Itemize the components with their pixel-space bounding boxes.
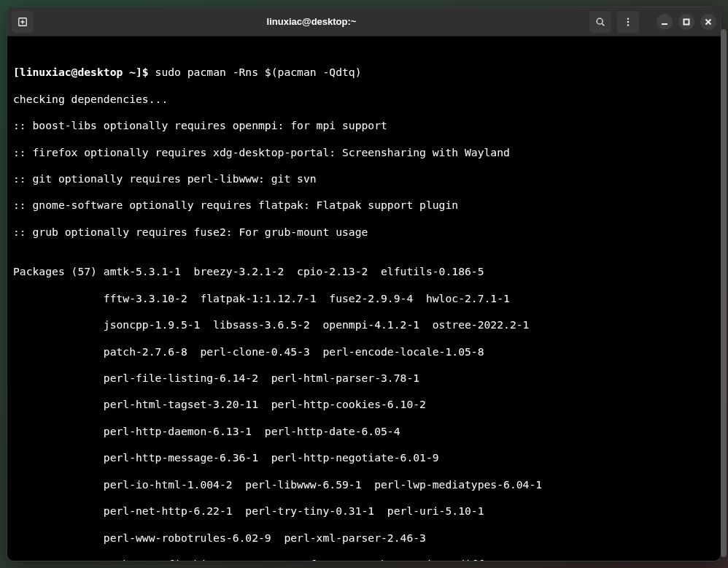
close-icon	[705, 18, 712, 26]
command-text: sudo pacman -Rns $(pacman -Qdtq)	[149, 66, 362, 78]
prompt-line: [linuxiac@desktop ~]$ sudo pacman -Rns $…	[13, 66, 715, 79]
terminal-output-line: :: grub optionally requires fuse2: For g…	[13, 226, 715, 239]
terminal-output-line: perl-http-message-6.36-1 perl-http-negot…	[13, 451, 715, 464]
svg-point-5	[627, 18, 629, 19]
terminal-output-line: python-configobj-5.0.6.r110.g3e2f4cc-3 p…	[13, 558, 715, 561]
maximize-icon	[683, 18, 690, 26]
new-tab-button[interactable]	[12, 11, 34, 33]
svg-point-6	[627, 20, 629, 22]
titlebar-left	[12, 11, 34, 33]
prompt-symbol: $	[142, 66, 149, 78]
minimize-icon	[661, 18, 668, 26]
terminal-output-line: :: gnome-software optionally requires fl…	[13, 199, 715, 212]
terminal-output-line: perl-io-html-1.004-2 perl-libwww-6.59-1 …	[13, 478, 715, 491]
svg-rect-9	[684, 19, 689, 24]
scrollbar[interactable]	[719, 29, 721, 561]
terminal-output-line: :: git optionally requires perl-libwww: …	[13, 172, 715, 185]
terminal-output-line: perl-www-robotrules-6.02-9 perl-xml-pars…	[13, 531, 715, 545]
svg-line-4	[602, 23, 604, 26]
titlebar: linuxiac@desktop:~	[7, 7, 721, 37]
terminal-output-line: perl-file-listing-6.14-2 perl-html-parse…	[13, 372, 715, 385]
minimize-button[interactable]	[657, 14, 673, 30]
terminal-output-line: perl-net-http-6.22-1 perl-try-tiny-0.31-…	[13, 504, 715, 518]
kebab-menu-icon	[623, 17, 633, 27]
terminal-output-line: Packages (57) amtk-5.3.1-1 breezy-3.2.1-…	[13, 265, 715, 278]
terminal-output-line: perl-http-daemon-6.13-1 perl-http-date-6…	[13, 425, 715, 438]
window-title: linuxiac@desktop:~	[34, 16, 589, 27]
terminal-output-line: fftw-3.3.10-2 flatpak-1:1.12.7-1 fuse2-2…	[13, 292, 715, 305]
terminal-output-line: perl-html-tagset-3.20-11 perl-http-cooki…	[13, 398, 715, 411]
terminal-output-line: :: firefox optionally requires xdg-deskt…	[13, 146, 715, 159]
scrollbar-thumb[interactable]	[721, 29, 721, 557]
svg-point-7	[627, 24, 629, 26]
search-button[interactable]	[589, 11, 611, 33]
maximize-button[interactable]	[678, 14, 694, 30]
terminal-output-line: jsoncpp-1.9.5-1 libsass-3.6.5-2 openmpi-…	[13, 318, 715, 331]
menu-button[interactable]	[617, 11, 639, 33]
terminal-window: linuxiac@desktop:~	[7, 7, 721, 561]
svg-point-3	[597, 18, 603, 24]
terminal-output-line: checking dependencies...	[13, 93, 715, 106]
new-tab-icon	[18, 17, 28, 27]
search-icon	[595, 17, 605, 27]
close-button[interactable]	[700, 14, 716, 30]
terminal-body[interactable]: [linuxiac@desktop ~]$ sudo pacman -Rns $…	[7, 37, 721, 561]
terminal-output-line: patch-2.7.6-8 perl-clone-0.45-3 perl-enc…	[13, 345, 715, 358]
titlebar-right	[589, 11, 716, 33]
prompt-user-host: [linuxiac@desktop ~]	[13, 66, 142, 78]
terminal-output-line: :: boost-libs optionally requires openmp…	[13, 119, 715, 132]
